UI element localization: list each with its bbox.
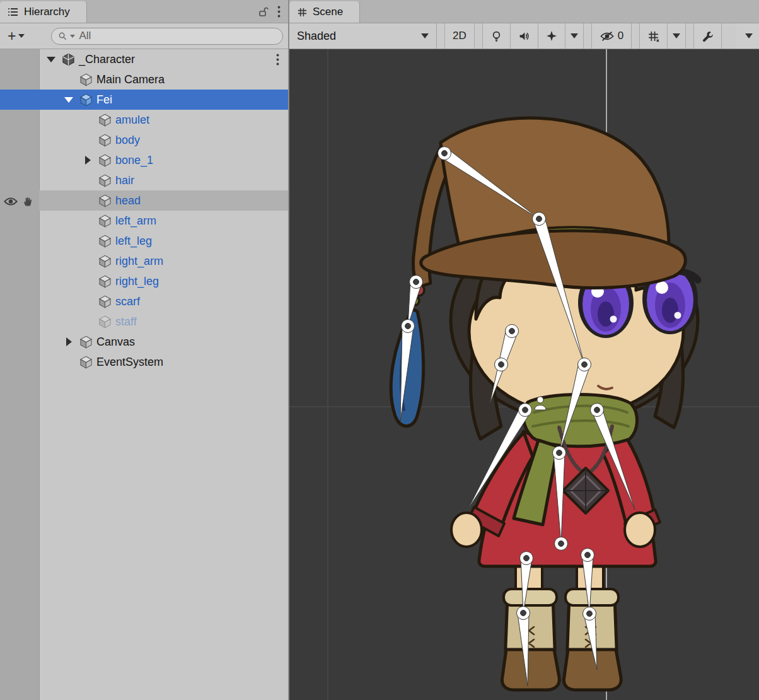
item-label: left_arm [115,214,156,228]
gameobject-icon [98,275,112,288]
gameobject-icon [79,335,93,349]
gameobject-icon [98,154,112,167]
gameobject-icon [79,73,93,86]
foldout-collapsed-icon[interactable] [85,156,91,165]
item-label: right_arm [115,255,163,268]
gameobject-icon [98,315,112,329]
gameobject-icon [98,295,112,308]
search-input[interactable] [78,29,276,43]
hierarchy-item-left-arm[interactable]: left_arm [0,211,288,231]
pickability-hand-icon[interactable] [23,196,33,207]
hierarchy-item-body[interactable]: body [0,130,288,150]
hierarchy-tree: _Character Main Camera [0,49,288,700]
tab-hierarchy[interactable]: Hierarchy [0,1,87,23]
tab-scene[interactable]: Scene [289,1,360,23]
scene-visibility-button[interactable]: 0 [591,23,632,49]
foldout-collapsed-icon[interactable] [66,337,72,346]
hierarchy-item-amulet[interactable]: amulet [0,110,288,130]
scene-effects-button[interactable] [538,23,565,49]
visibility-eye-icon[interactable] [4,197,18,206]
item-label: body [115,134,140,147]
gameobject-icon [98,214,112,228]
hierarchy-list-icon [8,8,19,16]
hierarchy-panel: Hierarchy + [0,0,289,700]
foldout-expanded-icon[interactable] [47,57,55,62]
hierarchy-item-right-arm[interactable]: right_arm [0,251,288,271]
gameobject-icon [98,194,112,207]
chevron-down-icon [673,33,680,38]
hierarchy-tabbar: Hierarchy [0,0,288,23]
search-filter-caret-icon [70,35,75,38]
hierarchy-item-left-leg[interactable]: left_leg [0,231,288,251]
unity-scene-icon [62,53,75,66]
speaker-icon [518,30,530,42]
foldout-expanded-icon[interactable] [64,97,73,103]
item-label: Canvas [96,335,135,349]
item-label: Fei [96,93,112,107]
scene-canvas [289,49,759,700]
chevron-down-icon [421,33,429,38]
scene-lighting-button[interactable] [482,23,511,49]
item-label: bone_1 [115,154,153,167]
wrench-icon [702,30,714,42]
shading-mode-dropdown[interactable]: Shaded [289,23,437,49]
component-tools-button[interactable] [693,23,722,49]
item-label: scarf [115,295,140,308]
overflow-dropdown[interactable] [736,23,759,49]
search-icon [58,32,67,41]
gameobject-icon [98,255,112,268]
chevron-down-icon [18,34,25,38]
effects-star-icon [546,30,557,42]
item-label: EventSystem [96,356,163,369]
scene-panel: Scene Shaded 2D [289,0,759,700]
item-label: staff [115,315,137,329]
scene-audio-button[interactable] [511,23,538,49]
hierarchy-item-character-root[interactable]: _Character [0,49,288,69]
2d-toggle-button[interactable]: 2D [444,23,475,49]
hierarchy-item-canvas[interactable]: Canvas [0,332,288,352]
grid-visibility-button[interactable] [639,23,668,49]
hierarchy-toolbar: + [0,23,288,49]
gameobject-icon [98,114,112,127]
eye-crossed-icon [600,31,615,42]
grid-axis-icon [647,30,659,42]
prefab-icon [79,93,93,107]
scene-effects-dropdown[interactable] [565,23,584,49]
hierarchy-search[interactable] [51,28,283,45]
hierarchy-item-hair[interactable]: hair [0,170,288,190]
gameobject-icon [98,235,112,248]
item-label: hair [115,174,134,187]
scene-toolbar: Shaded 2D [289,23,759,49]
hierarchy-item-eventsystem[interactable]: EventSystem [0,352,288,372]
hierarchy-item-right-leg[interactable]: right_leg [0,271,288,291]
scene-tabbar: Scene [289,0,759,23]
item-label: _Character [79,53,135,66]
hierarchy-item-fei[interactable]: Fei [0,90,288,110]
item-label: left_leg [115,235,152,248]
chevron-down-icon [571,33,578,38]
gameobject-icon [79,356,93,369]
add-gameobject-label: + [8,29,16,44]
scene-viewport[interactable] [289,49,759,700]
hierarchy-item-scarf[interactable]: scarf [0,291,288,312]
scene-options-icon[interactable] [276,54,288,66]
hierarchy-item-main-camera[interactable]: Main Camera [0,69,288,90]
shading-mode-label: Shaded [297,30,336,43]
lightbulb-icon [490,30,502,42]
lock-icon[interactable] [258,6,269,17]
tab-hierarchy-label: Hierarchy [24,6,70,18]
hidden-object-count: 0 [618,30,623,42]
hierarchy-item-head[interactable]: head [0,190,288,211]
item-label: amulet [115,114,149,127]
item-label: head [115,194,141,207]
grid-visibility-dropdown[interactable] [668,23,686,49]
hierarchy-item-bone-1[interactable]: bone_1 [0,150,288,170]
item-label: right_leg [115,275,159,288]
chevron-down-icon [745,33,753,38]
gameobject-icon [98,174,112,187]
kebab-menu-icon[interactable] [277,6,281,18]
add-gameobject-button[interactable]: + [5,29,27,44]
hierarchy-item-staff[interactable]: staff [0,312,288,332]
item-label: Main Camera [96,73,165,86]
gameobject-icon [98,134,112,147]
